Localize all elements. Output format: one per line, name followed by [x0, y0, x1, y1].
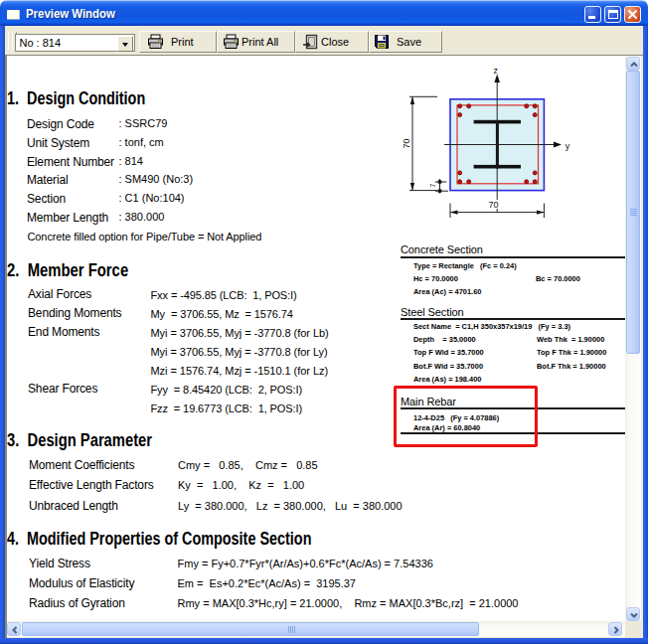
svg-text:z: z [493, 66, 498, 76]
svg-text:7: 7 [428, 184, 437, 188]
svg-text:y: y [566, 141, 570, 151]
svg-text:70: 70 [402, 138, 411, 148]
svg-text:70: 70 [488, 200, 498, 210]
